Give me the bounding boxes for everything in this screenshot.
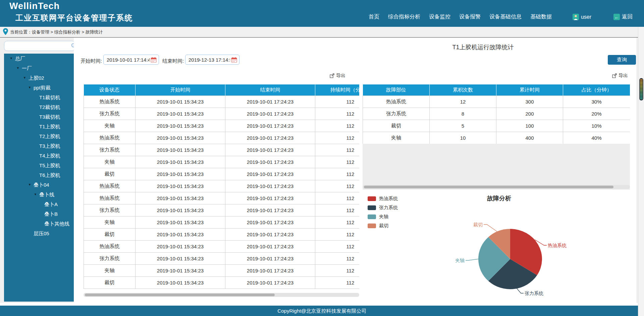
calendar-icon[interactable] bbox=[150, 57, 157, 63]
tree-item-label: 叠卜B bbox=[44, 211, 58, 217]
table-cell: 热油系统 bbox=[84, 132, 136, 144]
end-time-input[interactable] bbox=[185, 57, 231, 63]
column-header: 占比（分钟） bbox=[563, 84, 630, 96]
table-cell: 裁切 bbox=[84, 229, 136, 241]
table-cell: 2019-10-01 15:34:23 bbox=[136, 132, 225, 144]
page-title: T1上胶机运行故障统计 bbox=[452, 43, 514, 51]
tree-item[interactable]: T5上胶机 bbox=[4, 161, 75, 170]
fault-table: 故障部位累积次数累计时间占比（分钟） 热油系统1230030%张力系统82002… bbox=[363, 84, 630, 144]
back-arrow-icon: ← bbox=[613, 14, 620, 20]
table-row: 热油系统2019-10-01 15:34:232019-10-01 17:24:… bbox=[84, 241, 360, 253]
nav-item[interactable]: 首页 bbox=[369, 13, 379, 20]
fault-table-header-row: 故障部位累积次数累计时间占比（分钟） bbox=[363, 84, 630, 96]
column-header: 累积次数 bbox=[430, 84, 496, 96]
tree-item[interactable]: T3裁切机 bbox=[4, 112, 75, 122]
table-cell: 112 bbox=[315, 144, 360, 156]
tree-item-label: T4上胶机 bbox=[39, 153, 60, 159]
tree-item[interactable]: T1裁切机 bbox=[4, 92, 75, 102]
tree-item[interactable]: 叠卜B bbox=[4, 209, 75, 219]
table-cell: 裁切 bbox=[84, 168, 136, 180]
table-row: 夹轴2019-10-01 15:34:232019-10-01 17:24:23… bbox=[84, 120, 360, 132]
tree-item[interactable]: 叠卜A bbox=[4, 199, 75, 209]
expand-arrow-icon[interactable]: ▼ bbox=[16, 63, 19, 73]
column-header: 开始时间 bbox=[136, 84, 225, 96]
tree-item[interactable]: T4上胶机 bbox=[4, 151, 75, 161]
table-cell: 112 bbox=[315, 277, 360, 289]
table-row: 张力系统2019-10-01 15:34:232019-10-01 17:24:… bbox=[84, 144, 360, 156]
expand-arrow-icon[interactable]: ▼ bbox=[28, 83, 31, 92]
column-header: 持续时间（分钟） bbox=[315, 84, 360, 96]
tree-item[interactable]: T3上胶机 bbox=[4, 141, 75, 151]
expand-arrow-icon[interactable]: ▼ bbox=[34, 190, 37, 199]
export-left-link[interactable]: 导出 bbox=[330, 72, 345, 79]
table-row: 张力系统820020% bbox=[363, 108, 630, 120]
tree-item[interactable]: ▼叠卜04 bbox=[4, 180, 75, 190]
table-cell: 2019-10-01 17:24:23 bbox=[225, 180, 315, 192]
table-cell: 张力系统 bbox=[84, 144, 136, 156]
tree-item[interactable]: T2裁切机 bbox=[4, 102, 75, 112]
export-right-link[interactable]: 导出 bbox=[612, 72, 628, 79]
table-cell: 300 bbox=[496, 96, 563, 108]
status-table-header-row: 设备状态开始时间结束时间持续时间（分钟） bbox=[84, 84, 360, 96]
calendar-icon[interactable] bbox=[231, 57, 237, 63]
table-cell: 200 bbox=[496, 108, 563, 120]
user-menu[interactable]: user bbox=[573, 14, 591, 20]
expand-arrow-icon[interactable]: ▼ bbox=[28, 180, 31, 190]
table-cell: 112 bbox=[315, 265, 360, 277]
table-cell: 112 bbox=[315, 120, 360, 132]
hscrollbar-thumb[interactable] bbox=[364, 186, 613, 188]
table-row: 张力系统2019-10-01 15:34:232019-10-01 17:24:… bbox=[84, 204, 360, 216]
tree-item-label: 上胶02 bbox=[29, 75, 44, 81]
table-cell: 40% bbox=[563, 132, 630, 144]
tree-item-label: T1裁切机 bbox=[39, 94, 60, 100]
tree-item[interactable]: ▼总厂 bbox=[4, 54, 75, 63]
nav-item[interactable]: 设备监控 bbox=[429, 13, 450, 20]
tree-item-label: T1上胶机 bbox=[39, 124, 60, 129]
breadcrumb-bar: 当前位置：设备管理 > 综合指标分析 > 故障统计 bbox=[0, 27, 644, 38]
query-button[interactable]: 查询 bbox=[608, 55, 636, 65]
vertical-scrollbar-thumb[interactable] bbox=[639, 78, 643, 101]
start-time-input[interactable] bbox=[104, 57, 150, 63]
table-cell: 20% bbox=[563, 108, 630, 120]
tree-item[interactable]: 叠卜其他线 bbox=[4, 219, 75, 229]
tree-item[interactable]: ▼一厂 bbox=[4, 63, 75, 73]
table-cell: 112 bbox=[315, 216, 360, 229]
tree-item[interactable]: 层压05 bbox=[4, 229, 75, 238]
location-pin-icon bbox=[3, 28, 8, 35]
tree-item-label: T6上胶机 bbox=[39, 172, 60, 178]
logo: WellinTech bbox=[9, 1, 60, 11]
tree-item[interactable]: T2上胶机 bbox=[4, 131, 75, 141]
table-row: 夹轴1040040% bbox=[363, 132, 630, 144]
nav-item[interactable]: 综合指标分析 bbox=[388, 13, 420, 20]
table-cell: 张力系统 bbox=[363, 108, 430, 120]
table-row: 热油系统2019-10-01 15:34:232019-10-01 17:24:… bbox=[84, 96, 360, 108]
table-cell: 2019-10-01 17:24:23 bbox=[225, 96, 315, 108]
back-button[interactable]: ← 返回 bbox=[613, 13, 633, 20]
tree-item-label: 叠卜04 bbox=[34, 182, 49, 188]
table-row: 热油系统2019-10-01 15:34:232019-10-01 17:24:… bbox=[84, 132, 360, 144]
nav-item[interactable]: 设备报警 bbox=[459, 13, 481, 20]
nav-item[interactable]: 设备基础信息 bbox=[489, 13, 522, 20]
tree-item-label: T2上胶机 bbox=[39, 133, 60, 139]
table-cell: 112 bbox=[315, 192, 360, 204]
tree-item[interactable]: T1上胶机 bbox=[4, 122, 75, 131]
table-cell: 5 bbox=[430, 120, 496, 132]
tree-item[interactable]: ▼叠卜线 bbox=[4, 190, 75, 199]
tree-item-label: T5上胶机 bbox=[39, 163, 60, 168]
table-cell: 12 bbox=[430, 96, 496, 108]
nav-item[interactable]: 基础数据 bbox=[530, 13, 552, 20]
table-cell: 2019-10-01 17:24:23 bbox=[225, 253, 315, 265]
pie-label: 夹轴 bbox=[455, 258, 465, 263]
table-cell: 张力系统 bbox=[84, 253, 136, 265]
search-input[interactable] bbox=[4, 42, 70, 50]
tree-item-label: 叠卜A bbox=[44, 201, 58, 207]
tree-item-label: 一厂 bbox=[22, 65, 32, 71]
expand-arrow-icon[interactable]: ▼ bbox=[23, 73, 26, 83]
hscrollbar-thumb[interactable] bbox=[85, 294, 275, 296]
table-cell: 夹轴 bbox=[84, 156, 136, 168]
expand-arrow-icon[interactable]: ▼ bbox=[10, 54, 13, 63]
table-cell: 夹轴 bbox=[84, 120, 136, 132]
tree-item[interactable]: ▼上胶02 bbox=[4, 73, 75, 83]
tree-item[interactable]: T6上胶机 bbox=[4, 170, 75, 180]
tree-item[interactable]: ▼ppt剪裁 bbox=[4, 83, 75, 92]
